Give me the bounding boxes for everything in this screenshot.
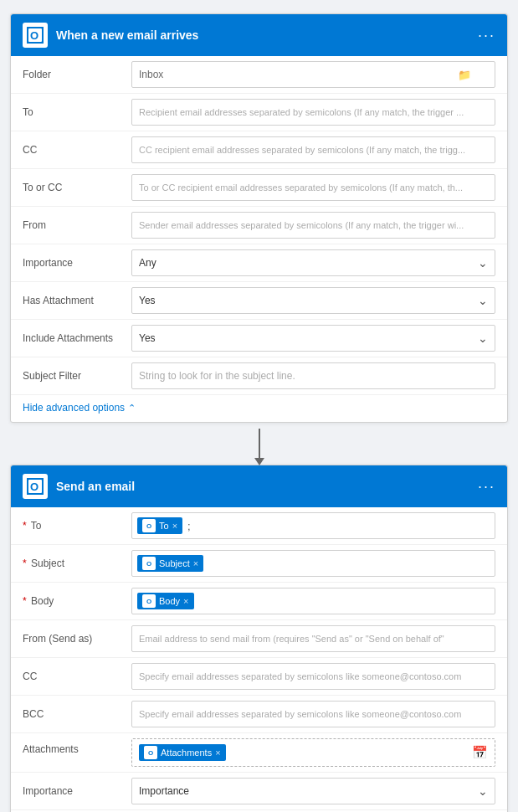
trigger-to-label: To <box>23 106 131 118</box>
action-to-input[interactable]: O To × ; <box>131 512 495 539</box>
importance-chevron-icon: ⌄ <box>478 256 488 270</box>
action-importance-chevron-icon: ⌄ <box>478 784 488 798</box>
trigger-subjectfilter-row: Subject Filter String to look for in the… <box>11 357 507 395</box>
action-title: Send an email <box>56 480 135 493</box>
trigger-hasattach-row: Has Attachment Yes ⌄ <box>11 282 507 320</box>
action-body-input[interactable]: O Body × <box>131 588 495 614</box>
attachments-tag-close[interactable]: × <box>215 748 220 758</box>
trigger-hasattach-label: Has Attachment <box>23 295 131 306</box>
arrow-line <box>259 429 260 459</box>
trigger-outlook-icon: O <box>23 23 48 48</box>
trigger-importance-row: Importance Any ⌄ <box>11 244 507 282</box>
action-attachments-row: Attachments O Attachments × 📅 <box>11 733 507 773</box>
trigger-hide-advanced-chevron-icon: ⌃ <box>128 403 136 414</box>
trigger-to-input[interactable]: Recipient email addresses separated by s… <box>131 99 495 126</box>
action-cc-label: CC <box>23 671 131 682</box>
subject-tag-outlook-icon: O <box>142 557 156 570</box>
trigger-from-input[interactable]: Sender email addresses separated by semi… <box>131 212 495 239</box>
trigger-title: When a new email arrives <box>56 28 198 42</box>
trigger-card: O When a new email arrives ··· Folder In… <box>10 13 508 423</box>
trigger-menu-button[interactable]: ··· <box>478 27 495 44</box>
to-tag-chip: O To × <box>137 517 182 534</box>
trigger-toorcc-row: To or CC To or CC recipient email addres… <box>11 169 507 207</box>
trigger-from-row: From Sender email addresses separated by… <box>11 207 507 244</box>
svg-text:O: O <box>30 481 38 493</box>
action-cc-input[interactable]: Specify email addresses separated by sem… <box>131 663 495 690</box>
action-fromsend-row: From (Send as) Email address to send mai… <box>11 620 507 658</box>
trigger-subjectfilter-input[interactable]: String to look for in the subject line. <box>131 362 495 389</box>
trigger-includeattach-label: Include Attachments <box>23 332 131 344</box>
trigger-includeattach-row: Include Attachments Yes ⌄ <box>11 320 507 357</box>
body-tag-chip: O Body × <box>137 593 194 609</box>
action-header-left: O Send an email <box>23 474 135 499</box>
trigger-cc-row: CC CC recipient email addresses separate… <box>11 131 507 169</box>
trigger-toorcc-label: To or CC <box>23 182 131 193</box>
trigger-importance-select[interactable]: Any ⌄ <box>131 249 495 276</box>
action-fromsend-label: From (Send as) <box>23 633 131 645</box>
action-to-row: * To O To × ; <box>11 507 507 545</box>
attachments-browse-icon[interactable]: 📅 <box>472 745 488 760</box>
attachments-tag-outlook-icon: O <box>144 746 157 759</box>
action-attachments-input[interactable]: O Attachments × 📅 <box>131 738 495 767</box>
action-importance-label: Importance <box>23 785 131 797</box>
action-bcc-label: BCC <box>23 708 131 720</box>
trigger-importance-label: Importance <box>23 257 131 269</box>
to-tag-outlook-icon: O <box>142 519 156 532</box>
body-tag-close[interactable]: × <box>183 596 188 606</box>
trigger-folder-row: Folder Inbox 📁 <box>11 56 507 94</box>
action-subject-label: * Subject <box>23 558 131 569</box>
action-outlook-icon: O <box>23 474 48 499</box>
action-subject-input[interactable]: O Subject × <box>131 550 495 577</box>
arrow-connector <box>259 423 260 465</box>
trigger-cc-input[interactable]: CC recipient email addresses separated b… <box>131 136 495 163</box>
action-importance-select[interactable]: Importance ⌄ <box>131 778 495 804</box>
action-card: O Send an email ··· * To O To × ; <box>10 465 508 812</box>
hasattach-chevron-icon: ⌄ <box>478 294 488 307</box>
action-body-row: * Body O Body × <box>11 583 507 620</box>
folder-browse-icon[interactable]: 📁 <box>458 69 471 81</box>
trigger-subjectfilter-label: Subject Filter <box>23 370 131 382</box>
action-cc-row: CC Specify email addresses separated by … <box>11 658 507 696</box>
action-menu-button[interactable]: ··· <box>478 478 495 496</box>
trigger-header-left: O When a new email arrives <box>23 23 198 48</box>
trigger-hasattach-select[interactable]: Yes ⌄ <box>131 287 495 314</box>
trigger-from-label: From <box>23 219 131 231</box>
action-fields: * To O To × ; * Subject O Subject × <box>11 507 507 812</box>
trigger-folder-input[interactable]: Inbox 📁 <box>131 61 495 88</box>
action-importance-row: Importance Importance ⌄ <box>11 773 507 810</box>
subject-tag-close[interactable]: × <box>193 558 198 568</box>
trigger-hide-advanced[interactable]: Hide advanced options ⌃ <box>11 395 507 422</box>
action-fromsend-input[interactable]: Email address to send mail from (require… <box>131 625 495 652</box>
includeattach-chevron-icon: ⌄ <box>478 331 488 345</box>
action-attachments-label: Attachments <box>23 738 131 767</box>
to-tag-close[interactable]: × <box>172 521 177 531</box>
body-tag-outlook-icon: O <box>142 594 156 608</box>
action-body-label: * Body <box>23 595 131 607</box>
trigger-toorcc-input[interactable]: To or CC recipient email addresses separ… <box>131 174 495 201</box>
action-subject-row: * Subject O Subject × <box>11 545 507 583</box>
trigger-card-header: O When a new email arrives ··· <box>11 14 507 56</box>
action-card-header: O Send an email ··· <box>11 465 507 507</box>
trigger-to-row: To Recipient email addresses separated b… <box>11 94 507 131</box>
trigger-includeattach-select[interactable]: Yes ⌄ <box>131 325 495 352</box>
attachments-tag-chip: O Attachments × <box>139 744 226 761</box>
action-bcc-input[interactable]: Specify email addresses separated by sem… <box>131 701 495 727</box>
trigger-folder-label: Folder <box>23 69 131 80</box>
trigger-fields: Folder Inbox 📁 To Recipient email addres… <box>11 56 507 422</box>
subject-tag-chip: O Subject × <box>137 555 203 572</box>
action-bcc-row: BCC Specify email addresses separated by… <box>11 696 507 733</box>
svg-text:O: O <box>30 29 38 42</box>
action-to-label: * To <box>23 520 131 532</box>
trigger-cc-label: CC <box>23 144 131 156</box>
